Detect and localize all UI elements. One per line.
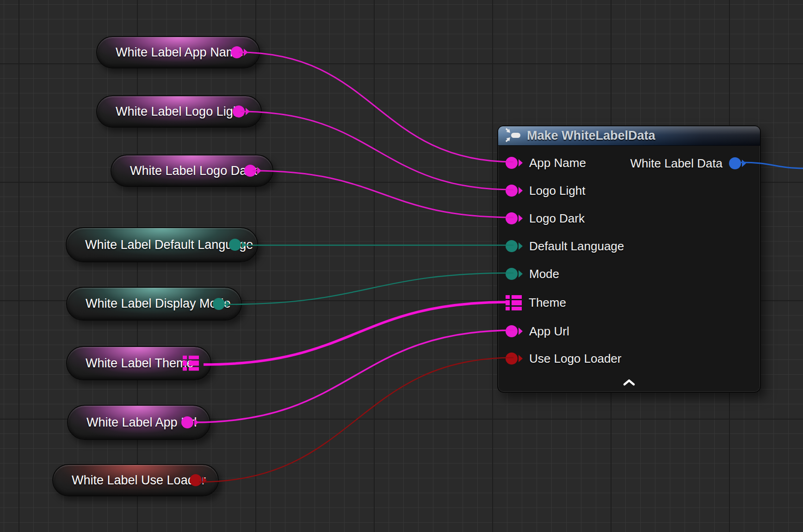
pin-dot xyxy=(506,325,518,337)
pin-dot xyxy=(506,157,518,169)
pin-dot xyxy=(506,268,518,280)
input-pin-row-default-language: Default Language xyxy=(506,238,624,254)
input-pin-label: Use Logo Loader xyxy=(529,352,621,366)
node-make-whitelabeldata[interactable]: Make WhiteLabelData App NameLogo LightLo… xyxy=(497,125,761,393)
pin-dot xyxy=(506,212,518,224)
getter-node-label: White Label Theme xyxy=(86,356,194,371)
input-pin-app-url[interactable] xyxy=(506,325,523,337)
input-pin-logo-dark[interactable] xyxy=(506,212,523,224)
wire-use-loader[interactable] xyxy=(199,358,513,482)
pin-wedge xyxy=(203,476,207,484)
pin-wedge xyxy=(519,242,523,250)
collapse-node-button[interactable] xyxy=(620,379,638,388)
input-pin-mode[interactable] xyxy=(506,268,523,280)
input-pin-row-app-name: App Name xyxy=(506,155,586,171)
pin-dot xyxy=(506,353,518,365)
pin-dot xyxy=(190,474,202,486)
input-pin-row-app-url: App Url xyxy=(506,323,569,339)
getter-node-white-label-logo-dark[interactable]: White Label Logo Dark xyxy=(111,155,273,187)
getter-node-white-label-logo-light[interactable]: White Label Logo Light xyxy=(96,95,262,128)
input-pin-row-theme: Theme xyxy=(506,295,566,310)
input-pin-row-logo-dark: Logo Dark xyxy=(506,210,585,226)
pin-dot xyxy=(181,416,193,428)
input-pin-label: App Url xyxy=(529,324,569,339)
make-struct-icon xyxy=(505,127,522,145)
output-pin-label: White Label Data xyxy=(630,156,723,171)
pin-wedge xyxy=(519,187,523,194)
pin-dot xyxy=(213,298,225,310)
pin-wedge xyxy=(742,160,746,167)
input-pin-row-use-logo-loader: Use Logo Loader xyxy=(506,351,621,366)
getter-node-label: White Label Logo Dark xyxy=(130,164,257,178)
pin-dot xyxy=(506,185,518,197)
pin-wedge xyxy=(519,355,523,362)
getter-node-label: White Label Default Language xyxy=(85,238,253,252)
getter-node-white-label-theme[interactable]: White Label Theme xyxy=(66,346,211,380)
pin-wedge xyxy=(519,159,523,167)
input-pin-row-logo-light: Logo Light xyxy=(506,183,585,198)
input-pin-app-name[interactable] xyxy=(506,157,523,169)
input-pin-logo-light[interactable] xyxy=(506,185,523,197)
node-title: Make WhiteLabelData xyxy=(527,129,655,143)
blueprint-graph-canvas[interactable]: White Label App NameWhite Label Logo Lig… xyxy=(0,0,803,532)
input-pin-use-logo-loader[interactable] xyxy=(506,353,523,365)
input-pin-label: App Name xyxy=(529,156,586,170)
getter-node-label: White Label App Url xyxy=(86,415,197,430)
wire-display-mode[interactable] xyxy=(225,273,513,304)
input-pin-label: Logo Light xyxy=(529,184,585,198)
input-pin-label: Default Language xyxy=(529,239,624,254)
pin-wedge xyxy=(519,215,523,222)
input-pin-label: Logo Dark xyxy=(529,211,585,226)
node-header[interactable]: Make WhiteLabelData xyxy=(498,126,760,146)
getter-node-white-label-app-name[interactable]: White Label App Name xyxy=(96,36,260,68)
output-pin-white-label-use-loader[interactable] xyxy=(190,474,207,486)
output-pin-white-label-data[interactable] xyxy=(729,157,746,169)
pin-dot xyxy=(229,239,241,251)
getter-node-white-label-use-loader[interactable]: White Label Use Loader xyxy=(52,464,219,496)
pin-wedge xyxy=(519,328,523,335)
getter-node-label: White Label App Name xyxy=(116,45,243,60)
pin-wedge xyxy=(226,300,230,308)
pin-dot xyxy=(729,157,741,169)
input-pin-default-language[interactable] xyxy=(506,240,523,252)
input-pin-label: Mode xyxy=(529,267,559,281)
wire-logo-dark[interactable] xyxy=(253,171,513,217)
output-pin-white-label-default-language[interactable] xyxy=(229,239,246,251)
output-pin-white-label-display-mode[interactable] xyxy=(213,298,230,310)
output-pin-row: White Label Data xyxy=(630,155,746,171)
wire-app-url[interactable] xyxy=(194,330,513,422)
pin-wedge xyxy=(519,270,523,278)
getter-node-label: White Label Logo Light xyxy=(116,105,243,119)
chevron-up-icon xyxy=(623,379,636,388)
getter-node-white-label-display-mode[interactable]: White Label Display Mode xyxy=(66,287,242,321)
wire-logo-light[interactable] xyxy=(241,111,513,190)
output-pin-white-label-theme[interactable] xyxy=(183,356,199,371)
pin-dot xyxy=(506,240,518,252)
input-pin-label: Theme xyxy=(529,296,566,310)
wire-app-name[interactable] xyxy=(239,52,513,162)
getter-node-white-label-app-url[interactable]: White Label App Url xyxy=(67,405,210,440)
getter-node-label: White Label Use Loader xyxy=(72,473,206,488)
getter-node-white-label-default-language[interactable]: White Label Default Language xyxy=(66,227,258,262)
getter-node-label: White Label Display Mode xyxy=(86,297,231,311)
input-pin-row-mode: Mode xyxy=(506,266,559,282)
